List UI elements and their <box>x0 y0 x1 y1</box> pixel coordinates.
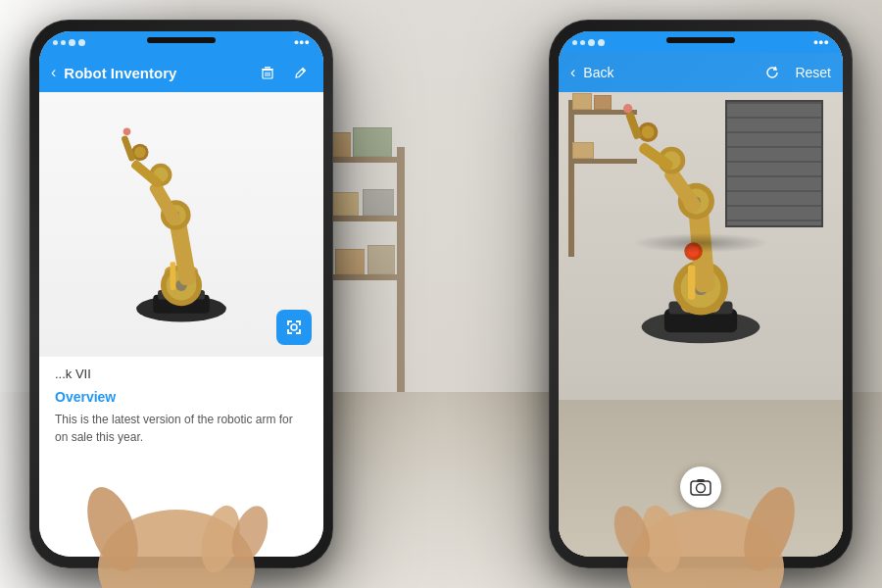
phone-right-notch <box>666 37 735 43</box>
svg-rect-63 <box>625 112 642 140</box>
box-5 <box>331 192 359 216</box>
box-6 <box>363 189 394 216</box>
robot-image-area <box>39 92 323 357</box>
ar-box-1 <box>572 93 592 110</box>
signal-r-dot-3 <box>588 39 595 46</box>
svg-point-35 <box>123 127 131 135</box>
svg-point-62 <box>642 125 655 138</box>
nav-icons-left <box>257 62 312 83</box>
svg-rect-36 <box>171 262 176 290</box>
back-icon-left[interactable]: ‹ <box>51 64 56 81</box>
svg-rect-42 <box>287 329 289 334</box>
ar-shelf-post <box>568 100 574 257</box>
nav-title-left: Robot Inventory <box>64 65 249 81</box>
svg-point-45 <box>291 324 297 330</box>
ar-robot-svg <box>603 92 799 347</box>
svg-rect-11 <box>265 67 270 69</box>
ar-box-3 <box>572 142 594 159</box>
status-right: ●●● <box>294 37 310 47</box>
signal-dot-1 <box>53 40 58 45</box>
status-signal <box>53 39 85 46</box>
box-9 <box>368 245 395 274</box>
status-right-icons: ●●● <box>813 37 829 47</box>
status-time-right: ●●● <box>813 37 829 47</box>
reset-label-right[interactable]: Reset <box>795 65 831 80</box>
hand-left <box>54 343 299 588</box>
svg-rect-38 <box>287 320 289 325</box>
back-icon-right[interactable]: ‹ <box>570 64 575 81</box>
box-8 <box>335 249 365 274</box>
signal-r-dot-2 <box>580 40 585 45</box>
reset-icon[interactable] <box>761 62 783 83</box>
ar-robot-container <box>603 92 799 351</box>
status-signal-right <box>572 39 605 46</box>
svg-point-33 <box>134 147 145 158</box>
nav-bar-right: ‹ Back Reset <box>559 53 843 92</box>
phone-left-notch <box>147 37 216 43</box>
ar-button[interactable] <box>276 310 312 345</box>
delete-icon[interactable] <box>257 62 278 83</box>
nav-bar-left: ‹ Robot Inventory <box>39 53 323 92</box>
box-3 <box>353 127 392 157</box>
hand-right <box>583 343 828 588</box>
back-label-right[interactable]: Back <box>583 65 613 80</box>
status-time: ●●● <box>294 37 310 47</box>
signal-dot-2 <box>61 40 66 45</box>
svg-rect-44 <box>299 329 301 334</box>
ar-robot-shadow <box>632 233 769 253</box>
edit-icon[interactable] <box>290 62 312 83</box>
signal-dot-3 <box>69 39 75 46</box>
signal-r-dot-1 <box>572 40 577 45</box>
signal-r-dot-4 <box>598 39 605 46</box>
svg-point-64 <box>623 104 632 113</box>
shelf-post-2 <box>397 147 405 392</box>
signal-dot-4 <box>78 39 85 46</box>
svg-rect-67 <box>688 265 695 299</box>
robot-arm-svg <box>103 117 260 332</box>
svg-rect-40 <box>299 320 301 325</box>
